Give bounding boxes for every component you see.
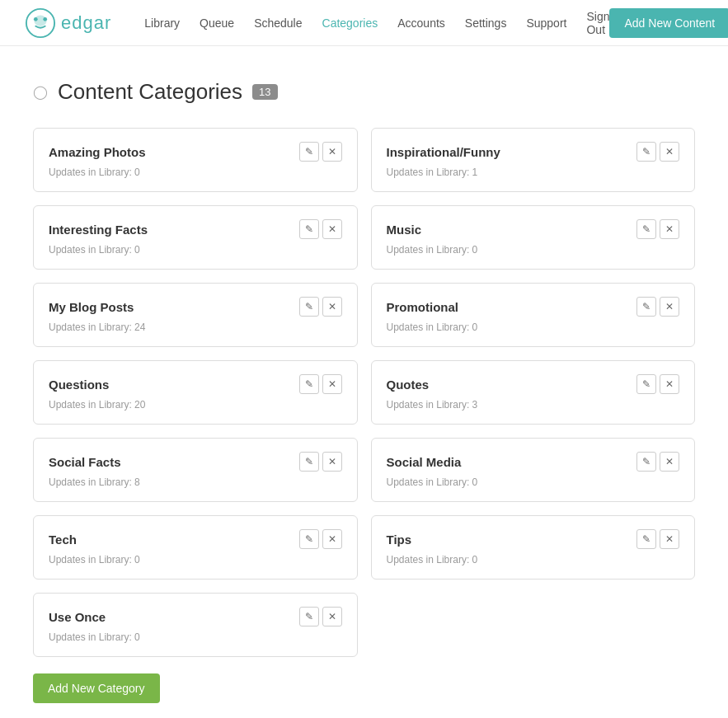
card-actions: ✎ ✕ bbox=[636, 142, 679, 162]
category-card: Promotional ✎ ✕ Updates in Library: 0 bbox=[371, 283, 696, 347]
delete-button[interactable]: ✕ bbox=[322, 607, 342, 626]
edit-button[interactable]: ✎ bbox=[636, 529, 656, 549]
delete-button[interactable]: ✕ bbox=[322, 142, 342, 162]
category-subtitle: Updates in Library: 0 bbox=[49, 631, 342, 643]
category-subtitle: Updates in Library: 1 bbox=[387, 167, 680, 178]
edit-button[interactable]: ✎ bbox=[299, 219, 319, 239]
category-name: Tech bbox=[49, 533, 77, 547]
logo-text: edgar bbox=[61, 12, 111, 34]
card-actions: ✎ ✕ bbox=[299, 452, 342, 472]
nav-queue[interactable]: Queue bbox=[200, 16, 234, 30]
card-header: Tips ✎ ✕ bbox=[387, 529, 680, 549]
category-name: Use Once bbox=[49, 610, 106, 624]
edit-button[interactable]: ✎ bbox=[299, 529, 319, 549]
delete-button[interactable]: ✕ bbox=[660, 452, 679, 472]
delete-button[interactable]: ✕ bbox=[322, 297, 342, 317]
card-actions: ✎ ✕ bbox=[299, 297, 342, 317]
nav-schedule[interactable]: Schedule bbox=[254, 16, 302, 30]
card-actions: ✎ ✕ bbox=[299, 607, 342, 626]
category-name: Tips bbox=[387, 533, 412, 547]
svg-point-2 bbox=[34, 16, 38, 21]
edit-button[interactable]: ✎ bbox=[299, 374, 319, 394]
category-subtitle: Updates in Library: 24 bbox=[49, 321, 342, 333]
svg-point-3 bbox=[43, 16, 47, 21]
help-icon: ◯ bbox=[33, 84, 48, 100]
category-subtitle: Updates in Library: 0 bbox=[387, 321, 680, 333]
nav-accounts[interactable]: Accounts bbox=[397, 16, 445, 30]
delete-button[interactable]: ✕ bbox=[660, 297, 679, 317]
card-header: Social Media ✎ ✕ bbox=[387, 452, 680, 472]
category-subtitle: Updates in Library: 8 bbox=[49, 476, 342, 488]
category-card: Social Media ✎ ✕ Updates in Library: 0 bbox=[371, 438, 696, 502]
card-header: Questions ✎ ✕ bbox=[49, 374, 342, 394]
logo: edgar bbox=[25, 7, 111, 39]
card-actions: ✎ ✕ bbox=[636, 529, 679, 549]
edit-button[interactable]: ✎ bbox=[299, 297, 319, 317]
categories-grid: Amazing Photos ✎ ✕ Updates in Library: 0… bbox=[33, 128, 695, 657]
category-name: Social Facts bbox=[49, 455, 121, 469]
category-name: Social Media bbox=[387, 455, 462, 469]
category-card: My Blog Posts ✎ ✕ Updates in Library: 24 bbox=[33, 283, 358, 347]
card-header: Social Facts ✎ ✕ bbox=[49, 452, 342, 472]
category-name: Questions bbox=[49, 378, 109, 392]
category-card: Music ✎ ✕ Updates in Library: 0 bbox=[371, 205, 696, 270]
edit-button[interactable]: ✎ bbox=[636, 219, 656, 239]
category-subtitle: Updates in Library: 0 bbox=[49, 554, 342, 565]
main-content: ◯ Content Categories 13 Amazing Photos ✎… bbox=[0, 46, 728, 718]
card-actions: ✎ ✕ bbox=[636, 374, 679, 394]
category-card: Inspirational/Funny ✎ ✕ Updates in Libra… bbox=[371, 128, 696, 192]
delete-button[interactable]: ✕ bbox=[322, 219, 342, 239]
delete-button[interactable]: ✕ bbox=[660, 142, 679, 162]
add-new-content-button[interactable]: Add New Content bbox=[609, 8, 728, 38]
delete-button[interactable]: ✕ bbox=[322, 374, 342, 394]
header: edgar Library Queue Schedule Categories … bbox=[0, 0, 728, 46]
category-subtitle: Updates in Library: 0 bbox=[387, 554, 680, 565]
nav-signout[interactable]: Sign Out bbox=[586, 10, 609, 36]
card-actions: ✎ ✕ bbox=[299, 374, 342, 394]
add-category-button[interactable]: Add New Category bbox=[33, 673, 160, 703]
edit-button[interactable]: ✎ bbox=[299, 607, 319, 626]
category-name: Inspirational/Funny bbox=[387, 145, 500, 159]
delete-button[interactable]: ✕ bbox=[660, 529, 679, 549]
card-actions: ✎ ✕ bbox=[636, 452, 679, 472]
delete-button[interactable]: ✕ bbox=[322, 452, 342, 472]
edit-button[interactable]: ✎ bbox=[299, 142, 319, 162]
category-name: My Blog Posts bbox=[49, 300, 134, 314]
card-actions: ✎ ✕ bbox=[636, 219, 679, 239]
card-header: Quotes ✎ ✕ bbox=[387, 374, 680, 394]
category-card: Questions ✎ ✕ Updates in Library: 20 bbox=[33, 360, 358, 425]
nav-library[interactable]: Library bbox=[144, 16, 180, 30]
logo-icon bbox=[25, 7, 56, 39]
category-subtitle: Updates in Library: 20 bbox=[49, 399, 342, 411]
category-name: Promotional bbox=[387, 300, 459, 314]
nav-settings[interactable]: Settings bbox=[465, 16, 507, 30]
category-card: Tips ✎ ✕ Updates in Library: 0 bbox=[371, 515, 696, 580]
page-header: ◯ Content Categories 13 bbox=[33, 79, 695, 105]
category-subtitle: Updates in Library: 0 bbox=[49, 244, 342, 256]
edit-button[interactable]: ✎ bbox=[636, 374, 656, 394]
nav-categories[interactable]: Categories bbox=[322, 16, 378, 30]
nav-support[interactable]: Support bbox=[526, 16, 566, 30]
card-header: Amazing Photos ✎ ✕ bbox=[49, 142, 342, 162]
page-title: Content Categories bbox=[58, 79, 242, 105]
edit-button[interactable]: ✎ bbox=[636, 142, 656, 162]
category-subtitle: Updates in Library: 0 bbox=[387, 476, 680, 488]
card-actions: ✎ ✕ bbox=[299, 142, 342, 162]
category-count-badge: 13 bbox=[252, 84, 277, 100]
card-header: Tech ✎ ✕ bbox=[49, 529, 342, 549]
category-card: Use Once ✎ ✕ Updates in Library: 0 bbox=[33, 593, 358, 657]
category-name: Music bbox=[387, 223, 422, 237]
category-name: Amazing Photos bbox=[49, 145, 146, 159]
card-header: Promotional ✎ ✕ bbox=[387, 297, 680, 317]
edit-button[interactable]: ✎ bbox=[299, 452, 319, 472]
delete-button[interactable]: ✕ bbox=[660, 374, 679, 394]
edit-button[interactable]: ✎ bbox=[636, 452, 656, 472]
edit-button[interactable]: ✎ bbox=[636, 297, 656, 317]
category-subtitle: Updates in Library: 3 bbox=[387, 399, 680, 411]
card-actions: ✎ ✕ bbox=[299, 529, 342, 549]
category-name: Interesting Facts bbox=[49, 223, 148, 237]
delete-button[interactable]: ✕ bbox=[660, 219, 679, 239]
delete-button[interactable]: ✕ bbox=[322, 529, 342, 549]
category-card: Interesting Facts ✎ ✕ Updates in Library… bbox=[33, 205, 358, 270]
category-card: Amazing Photos ✎ ✕ Updates in Library: 0 bbox=[33, 128, 358, 192]
